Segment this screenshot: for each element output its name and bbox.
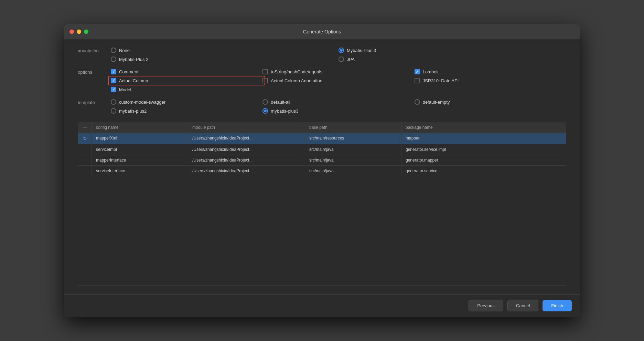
radio-default-all[interactable]: default-all: [262, 99, 414, 105]
table-row[interactable]: serviceImpl /Users/zhangshixin/IdeaProje…: [78, 144, 566, 155]
radio-none-circle: [111, 48, 116, 53]
cancel-button[interactable]: Cancel: [507, 300, 538, 311]
annotation-col-left: None Mybatis-Plus 2: [111, 48, 339, 62]
dialog-body: annotation None Mybatis-Plus 2: [64, 39, 580, 294]
template-section: template custom-model-swagger mybatis-pl…: [78, 99, 566, 114]
radio-mybatis-plus3-template[interactable]: mybatis-plus3: [262, 108, 414, 114]
checkbox-jsr310[interactable]: JSR310: Date API: [415, 78, 566, 83]
row-package-name: mapper: [401, 133, 566, 144]
template-columns: custom-model-swagger mybatis-plus2 defau…: [111, 99, 566, 114]
checkbox-model-label: Model: [119, 87, 131, 92]
checkbox-jsr310-label: JSR310: Date API: [423, 78, 459, 83]
checkbox-lombok-label: Lombok: [423, 69, 439, 74]
checkbox-actual-column-label: Actual Column: [119, 78, 148, 83]
generate-options-dialog: Generate Options annotation None Mybatis…: [64, 24, 580, 317]
radio-default-all-circle: [262, 99, 268, 105]
options-label: options: [78, 69, 105, 75]
row-config-name: serviceInterface: [92, 166, 188, 176]
close-button[interactable]: [69, 30, 74, 34]
radio-jpa-circle: [339, 56, 344, 62]
th-module-path: module path: [188, 122, 305, 133]
checkbox-lombok[interactable]: Lombok: [415, 69, 566, 74]
row-icon: [78, 144, 92, 155]
row-module-path: /Users/zhangshixin/IdeaProject...: [188, 133, 305, 144]
th-icon: —: [78, 122, 92, 133]
options-col-3: Lombok JSR310: Date API: [415, 69, 566, 92]
checkbox-lombok-box: [415, 69, 420, 74]
radio-default-empty[interactable]: default-empty: [415, 99, 566, 105]
checkbox-actual-column-annotation[interactable]: Actual Column Annotation: [262, 78, 414, 83]
row-module-path: /Users/zhangshixin/IdeaProject...: [188, 166, 305, 176]
minimize-button[interactable]: [77, 30, 81, 34]
radio-mybatis-plus2-template-label: mybatis-plus2: [119, 108, 147, 114]
radio-mybatis-plus-3-circle: [339, 48, 344, 53]
checkbox-tostring-label: toString/hashCode/equals: [271, 69, 322, 74]
radio-mybatis-plus-2-circle: [111, 56, 116, 62]
previous-button[interactable]: Previous: [469, 300, 503, 311]
checkbox-model[interactable]: Model: [111, 87, 262, 92]
table-body: ↻ mapperXml /Users/zhangshixin/IdeaProje…: [78, 133, 566, 286]
annotation-section: annotation None Mybatis-Plus 2: [78, 48, 566, 62]
row-icon: [78, 155, 92, 165]
row-config-name: serviceImpl: [92, 144, 188, 155]
radio-mybatis-plus-3[interactable]: Mybatis-Plus 3: [339, 48, 566, 53]
checkbox-comment-box: [111, 69, 116, 74]
row-config-name: mapperXml: [92, 133, 188, 144]
checkbox-model-box: [111, 87, 116, 92]
checkbox-tostring[interactable]: toString/hashCode/equals: [262, 69, 414, 74]
checkbox-actual-column-annotation-box: [262, 78, 268, 83]
radio-mybatis-plus2-template-circle: [111, 108, 116, 114]
template-col-1: custom-model-swagger mybatis-plus2: [111, 99, 262, 114]
title-bar: Generate Options: [64, 24, 580, 39]
checkbox-actual-column[interactable]: Actual Column: [111, 78, 262, 83]
radio-jpa-label: JPA: [347, 57, 355, 62]
options-col-1: Comment Actual Column Model: [111, 69, 262, 92]
dialog-footer: Previous Cancel Finish: [64, 294, 580, 317]
radio-default-empty-circle: [415, 99, 420, 105]
radio-mybatis-plus3-template-circle: [262, 108, 268, 114]
radio-mybatis-plus-3-label: Mybatis-Plus 3: [347, 48, 376, 53]
radio-custom-model-swagger-circle: [111, 99, 116, 105]
radio-jpa[interactable]: JPA: [339, 56, 566, 62]
radio-default-empty-label: default-empty: [423, 100, 450, 105]
row-base-path: src/main/java: [305, 166, 401, 176]
table-row[interactable]: mapperInterface /Users/zhangshixin/IdeaP…: [78, 155, 566, 166]
checkbox-actual-column-annotation-label: Actual Column Annotation: [271, 78, 322, 83]
row-package-name: generator.service: [401, 166, 566, 176]
template-label: template: [78, 99, 105, 105]
row-base-path: src/main/resources: [305, 133, 401, 144]
radio-custom-model-swagger-label: custom-model-swagger: [119, 100, 165, 105]
row-icon: [78, 166, 92, 176]
row-base-path: src/main/java: [305, 144, 401, 155]
maximize-button[interactable]: [84, 30, 88, 34]
config-table: — config name module path base path pack…: [78, 122, 566, 286]
table-row[interactable]: serviceInterface /Users/zhangshixin/Idea…: [78, 166, 566, 176]
radio-none[interactable]: None: [111, 48, 339, 53]
finish-button[interactable]: Finish: [543, 300, 572, 311]
row-module-path: /Users/zhangshixin/IdeaProject...: [188, 155, 305, 165]
table-header: — config name module path base path pack…: [78, 122, 566, 133]
radio-mybatis-plus3-template-label: mybatis-plus3: [271, 108, 298, 114]
template-col-2: default-all mybatis-plus3: [262, 99, 414, 114]
checkbox-comment[interactable]: Comment: [111, 69, 262, 74]
row-module-path: /Users/zhangshixin/IdeaProject...: [188, 144, 305, 155]
radio-none-label: None: [119, 48, 130, 53]
radio-default-all-label: default-all: [271, 100, 290, 105]
dialog-title: Generate Options: [303, 29, 341, 34]
th-base-path: base path: [305, 122, 401, 133]
template-col-3: default-empty: [415, 99, 566, 114]
window-controls: [69, 30, 88, 34]
radio-custom-model-swagger[interactable]: custom-model-swagger: [111, 99, 262, 105]
row-base-path: src/main/java: [305, 155, 401, 165]
options-columns: Comment Actual Column Model: [111, 69, 566, 92]
radio-mybatis-plus2-template[interactable]: mybatis-plus2: [111, 108, 262, 114]
checkbox-actual-column-box: [111, 78, 116, 83]
annotation-col-right: Mybatis-Plus 3 JPA: [339, 48, 566, 62]
table-row[interactable]: ↻ mapperXml /Users/zhangshixin/IdeaProje…: [78, 133, 566, 144]
options-section: options Comment Actual Column Mo: [78, 69, 566, 92]
radio-mybatis-plus-2[interactable]: Mybatis-Plus 2: [111, 56, 339, 62]
row-config-name: mapperInterface: [92, 155, 188, 165]
radio-mybatis-plus-2-label: Mybatis-Plus 2: [119, 57, 148, 62]
options-col-2: toString/hashCode/equals Actual Column A…: [262, 69, 414, 92]
annotation-columns: None Mybatis-Plus 2 Mybatis-Plus 3: [111, 48, 566, 62]
